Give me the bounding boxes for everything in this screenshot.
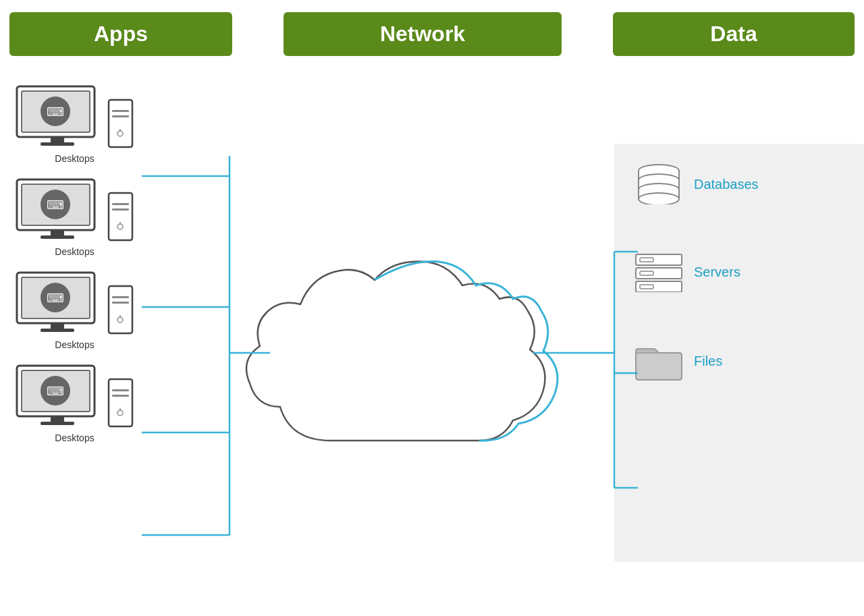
svg-rect-61 bbox=[636, 281, 682, 292]
files-label: Files bbox=[694, 354, 722, 369]
files-item: Files bbox=[634, 339, 759, 383]
data-header-banner: Data bbox=[613, 12, 855, 56]
databases-label: Databases bbox=[694, 177, 759, 192]
desktop-group-1: ⌨ Desktops bbox=[14, 83, 136, 164]
svg-rect-8 bbox=[112, 115, 129, 117]
svg-rect-6 bbox=[109, 100, 132, 147]
cloud-shape bbox=[246, 261, 558, 441]
svg-rect-30 bbox=[112, 302, 129, 304]
svg-rect-29 bbox=[112, 296, 129, 298]
svg-rect-26 bbox=[51, 323, 64, 329]
database-icon bbox=[634, 164, 683, 204]
svg-rect-38 bbox=[40, 422, 74, 425]
tower-icon-2 bbox=[105, 190, 136, 244]
tower-icon-3 bbox=[105, 283, 136, 337]
databases-item: Databases bbox=[634, 164, 759, 204]
svg-rect-39 bbox=[109, 379, 132, 426]
svg-rect-28 bbox=[109, 286, 132, 333]
desktop-label-2: Desktops bbox=[55, 246, 94, 257]
monitor-icon-2: ⌨ bbox=[14, 176, 101, 244]
servers-label: Servers bbox=[694, 264, 740, 280]
desktops-column: ⌨ Desktops bbox=[14, 83, 136, 443]
network-header-banner: Network bbox=[284, 12, 562, 56]
svg-rect-18 bbox=[112, 203, 129, 205]
desktop-label-1: Desktops bbox=[55, 153, 94, 164]
svg-text:⌨: ⌨ bbox=[47, 105, 64, 119]
svg-rect-7 bbox=[112, 110, 129, 112]
svg-rect-4 bbox=[51, 137, 64, 142]
tower-icon-4 bbox=[105, 376, 136, 430]
desktop-group-3: ⌨ Desktops bbox=[14, 269, 136, 350]
desktop-label-4: Desktops bbox=[55, 432, 94, 443]
svg-point-56 bbox=[639, 193, 679, 204]
svg-rect-15 bbox=[51, 230, 64, 235]
desktop-label-3: Desktops bbox=[55, 339, 94, 350]
data-panel: Databases Servers bbox=[614, 144, 864, 562]
svg-rect-27 bbox=[40, 329, 74, 332]
svg-rect-57 bbox=[636, 254, 682, 265]
svg-text:⌨: ⌨ bbox=[47, 291, 64, 305]
monitor-icon-1: ⌨ bbox=[14, 83, 101, 150]
server-icon bbox=[634, 252, 683, 292]
desktop-group-2: ⌨ Desktops bbox=[14, 176, 136, 257]
diagram-area: ⌨ Desktops bbox=[0, 63, 864, 616]
servers-item: Servers bbox=[634, 252, 759, 292]
svg-rect-41 bbox=[112, 395, 129, 397]
svg-rect-19 bbox=[112, 208, 129, 211]
svg-rect-16 bbox=[40, 235, 74, 239]
svg-rect-37 bbox=[51, 416, 64, 422]
tower-icon-1 bbox=[105, 96, 136, 150]
desktop-group-4: ⌨ Desktops bbox=[14, 362, 136, 443]
folder-icon bbox=[634, 339, 683, 383]
svg-rect-17 bbox=[109, 193, 132, 240]
svg-rect-59 bbox=[636, 268, 682, 279]
monitor-icon-3: ⌨ bbox=[14, 269, 101, 337]
svg-rect-40 bbox=[112, 389, 129, 391]
monitor-icon-4: ⌨ bbox=[14, 362, 101, 430]
apps-header-banner: Apps bbox=[9, 12, 232, 56]
data-items-list: Databases Servers bbox=[634, 164, 759, 383]
svg-rect-5 bbox=[40, 142, 74, 146]
svg-text:⌨: ⌨ bbox=[47, 385, 64, 398]
svg-text:⌨: ⌨ bbox=[47, 198, 64, 212]
